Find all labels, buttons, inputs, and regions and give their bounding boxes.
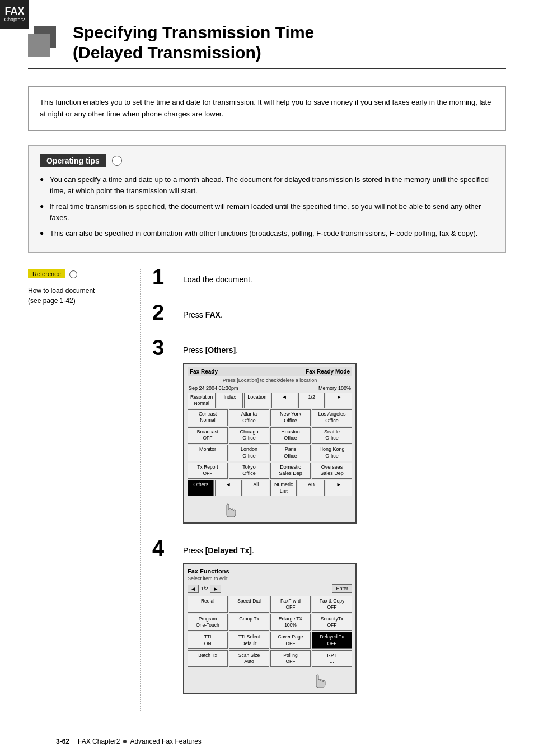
tips-header: Operating tips — [40, 154, 494, 167]
step-4-text: Press [Delayed Tx]. — [183, 545, 506, 557]
ff-nav-page: 1/2 — [201, 586, 208, 591]
screen-row-4: Monitor LondonOffice ParisOffice Hong Ko… — [188, 445, 352, 461]
intro-box: This function enables you to set the tim… — [28, 86, 506, 131]
all-btn[interactable]: All — [243, 480, 269, 496]
footer-dot — [123, 740, 127, 743]
fax-ready-header: Fax Ready Fax Ready Mode — [188, 367, 352, 376]
step-1: 1 Load the document. — [152, 269, 506, 288]
ff-rpt[interactable]: RPT... — [312, 650, 352, 667]
nav-left-1[interactable]: ◄ — [271, 393, 298, 408]
step-1-content: Load the document. — [183, 269, 506, 286]
ff-header: Fax Functions — [188, 568, 352, 575]
ff-nav-left[interactable]: ◄ — [188, 585, 199, 593]
ff-security-tx[interactable]: SecurityTxOFF — [312, 614, 352, 631]
tips-list: You can specify a time and date up to a … — [40, 174, 494, 240]
reference-badge: Reference — [28, 269, 65, 278]
screen-row-5: Tx ReportOFF TokyoOffice DomesticSales D… — [188, 463, 352, 479]
ff-cover-page[interactable]: Cover PageOFF — [270, 632, 311, 648]
tips-header-circle — [112, 156, 122, 166]
ff-redial[interactable]: Redial — [188, 596, 228, 613]
step-2: 2 Press FAX. — [152, 305, 506, 323]
step-4-content: Press [Delayed Tx]. Fax Functions Select… — [183, 540, 506, 694]
newyork-btn[interactable]: New YorkOffice — [270, 409, 311, 426]
ff-enter-btn[interactable]: Enter — [332, 584, 352, 593]
ff-batch-tx[interactable]: Batch Tx — [188, 650, 228, 667]
monitor-btn[interactable]: Monitor — [188, 445, 228, 461]
index-btn[interactable]: Index — [217, 393, 243, 408]
chicago-btn[interactable]: ChicagoOffice — [229, 427, 269, 444]
fax-ready-screen: Fax Ready Fax Ready Mode Press [Location… — [183, 363, 357, 524]
reference-circle — [69, 270, 77, 278]
step-2-text: Press FAX. — [183, 309, 506, 321]
nav-right-1[interactable]: ► — [326, 393, 352, 408]
atlanta-btn[interactable]: AtlantaOffice — [229, 409, 269, 426]
step-2-content: Press FAX. — [183, 305, 506, 321]
resolution-btn[interactable]: ResolutionNormal — [188, 393, 216, 408]
fax-ready-mode: Fax Ready Mode — [306, 368, 350, 375]
ff-grid: Redial Speed Dial FaxFrwrdOFF Fax & Copy… — [188, 596, 352, 666]
ab-btn[interactable]: AB — [298, 480, 324, 496]
fax-label: FAX — [4, 6, 24, 17]
fax-ready-title: Fax Ready — [190, 368, 218, 375]
page-footer: 3-62 FAX Chapter2 Advanced Fax Features — [56, 734, 534, 745]
hand-cursor — [221, 498, 352, 519]
london-btn[interactable]: LondonOffice — [229, 445, 269, 461]
title-section: Specifying Transmission Time (Delayed Tr… — [28, 22, 506, 69]
broadcast-btn[interactable]: BroadcastOFF — [188, 427, 228, 444]
houston-btn[interactable]: HoustonOffice — [270, 427, 311, 444]
dotted-divider — [140, 269, 141, 711]
steps-area: Reference How to load document (see page… — [28, 269, 506, 711]
ff-group-tx[interactable]: Group Tx — [229, 614, 269, 631]
ff-faxfrwrd[interactable]: FaxFrwrdOFF — [270, 596, 311, 613]
screen-row-1: ResolutionNormal Index Location ◄ 1/2 ► — [188, 393, 352, 408]
step-1-text: Load the document. — [183, 274, 506, 286]
ff-subheader: Select item to edit. — [188, 576, 352, 581]
ff-program-onetouch[interactable]: ProgramOne-Touch — [188, 614, 228, 631]
ff-nav-right[interactable]: ► — [210, 585, 221, 593]
ff-speed-dial[interactable]: Speed Dial — [229, 596, 269, 613]
contrast-btn[interactable]: ContrastNormal — [188, 409, 228, 426]
chapter-label: Chapter2 — [4, 17, 25, 23]
sidebar-note: How to load document (see page 1-42) — [28, 286, 132, 306]
hand-cursor-2 — [311, 669, 352, 690]
nav-page-1: 1/2 — [298, 393, 325, 408]
ff-nav-row: ◄ 1/2 ► Enter — [188, 584, 352, 593]
ff-delayed-tx[interactable]: Delayed TxOFF — [312, 632, 352, 648]
left-sidebar: Reference How to load document (see page… — [28, 269, 140, 711]
operating-tips-section: Operating tips You can specify a time an… — [28, 145, 506, 253]
ff-fax-copy[interactable]: Fax & CopyOFF — [312, 596, 352, 613]
step-1-number: 1 — [152, 267, 183, 288]
ff-tti-select[interactable]: TTI SelectDefault — [229, 632, 269, 648]
tip-item-3: This can also be specified in combinatio… — [40, 228, 494, 239]
intro-text: This function enables you to set the tim… — [40, 98, 491, 118]
location-btn[interactable]: Location — [244, 393, 270, 408]
step-4: 4 Press [Delayed Tx]. Fax Functions Sele… — [152, 540, 506, 694]
losangeles-btn[interactable]: Los AngelesOffice — [312, 409, 352, 426]
ff-scan-size[interactable]: Scan SizeAuto — [229, 650, 269, 667]
nav-right-2[interactable]: ► — [326, 480, 352, 496]
txreport-btn[interactable]: Tx ReportOFF — [188, 463, 228, 479]
overseas-btn[interactable]: OverseasSales Dep — [312, 463, 352, 479]
paris-btn[interactable]: ParisOffice — [270, 445, 311, 461]
fax-ready-memory: Memory 100% — [318, 385, 351, 391]
ff-polling[interactable]: PollingOFF — [270, 650, 311, 667]
ff-tti[interactable]: TTION — [188, 632, 228, 648]
step-3-text: Press [Others]. — [183, 344, 506, 356]
tokyo-btn[interactable]: TokyoOffice — [229, 463, 269, 479]
tip-item-1: You can specify a time and date up to a … — [40, 174, 494, 197]
domestic-btn[interactable]: DomesticSales Dep — [270, 463, 311, 479]
fax-ready-datetime: Sep 24 2004 01:30pm — [189, 385, 238, 391]
others-btn[interactable]: Others — [188, 480, 214, 496]
steps-column: 1 Load the document. 2 Press FAX. 3 Pres… — [152, 269, 506, 711]
step-3-number: 3 — [152, 337, 183, 358]
seattle-btn[interactable]: SeattleOffice — [312, 427, 352, 444]
page-number: 3-62 — [56, 738, 69, 745]
step-4-number: 4 — [152, 538, 183, 559]
numeric-list-btn[interactable]: NumericList — [270, 480, 297, 496]
ff-enlarge-tx[interactable]: Enlarge TX100% — [270, 614, 311, 631]
hongkong-btn[interactable]: Hong KongOffice — [312, 445, 352, 461]
title-line1: Specifying Transmission Time — [73, 23, 314, 41]
step-3: 3 Press [Others]. Fax Ready Fax Ready Mo… — [152, 340, 506, 524]
fax-functions-screen: Fax Functions Select item to edit. ◄ 1/2… — [183, 563, 357, 694]
nav-left-2[interactable]: ◄ — [215, 480, 241, 496]
